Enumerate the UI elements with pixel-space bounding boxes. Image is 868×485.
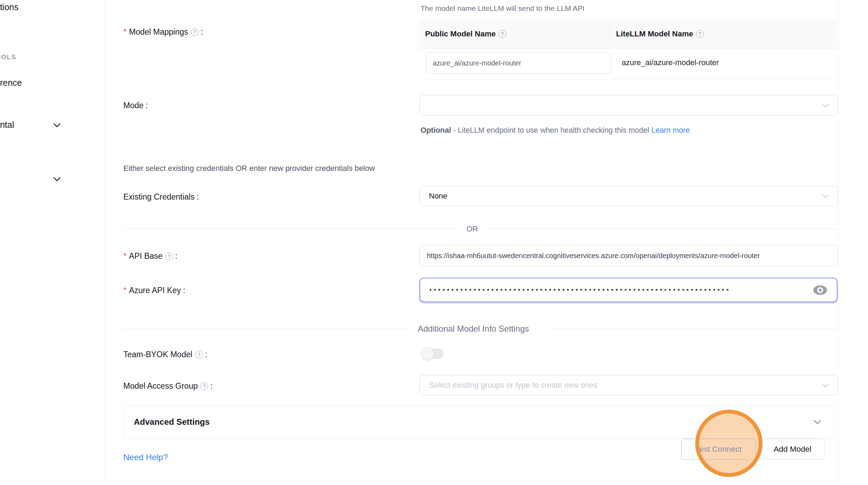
public-model-name-input[interactable] bbox=[426, 52, 611, 74]
mode-help-text: Optional - LiteLLM endpoint to use when … bbox=[421, 123, 711, 137]
chevron-down-icon bbox=[814, 417, 821, 424]
additional-divider-text: Additional Model Info Settings bbox=[418, 324, 529, 334]
model-access-group-select[interactable]: Select existing groups or type to create… bbox=[419, 375, 838, 395]
existing-credentials-select[interactable]: None bbox=[419, 186, 838, 206]
background-line bbox=[839, 288, 868, 288]
or-divider-text: OR bbox=[466, 224, 478, 234]
sidebar-item-1[interactable]: s bbox=[0, 24, 65, 34]
or-divider-line bbox=[488, 229, 838, 229]
background-line bbox=[839, 245, 868, 245]
advanced-settings-title: Advanced Settings bbox=[134, 417, 210, 427]
chevron-down-icon bbox=[822, 192, 829, 198]
mapping-table-row: azure_ai/azure-model-router bbox=[419, 49, 838, 80]
add-model-page: ations s TOOLS erence ental s The model … bbox=[0, 0, 868, 485]
chevron-down-icon bbox=[822, 101, 829, 107]
or-divider-line bbox=[123, 229, 460, 229]
chevron-down-icon bbox=[822, 381, 829, 387]
toggle-knob bbox=[421, 347, 434, 360]
eye-icon[interactable] bbox=[813, 285, 827, 295]
existing-credentials-value: None bbox=[429, 192, 447, 201]
required-asterisk: * bbox=[123, 27, 127, 37]
help-icon[interactable]: ? bbox=[165, 252, 173, 260]
need-help-link[interactable]: Need Help? bbox=[123, 452, 168, 462]
model-mappings-table: Public Model Name ? LiteLLM Model Name ?… bbox=[419, 19, 838, 80]
mode-label: Mode : bbox=[123, 101, 148, 110]
team-byok-toggle[interactable] bbox=[422, 348, 444, 359]
help-icon[interactable]: ? bbox=[195, 351, 203, 359]
credentials-note: Either select existing credentials OR en… bbox=[123, 164, 375, 173]
test-connect-button[interactable]: Test Connect bbox=[681, 439, 756, 460]
sidebar-item-organizations[interactable]: ations bbox=[0, 2, 65, 12]
help-icon[interactable]: ? bbox=[191, 28, 199, 36]
help-icon[interactable]: ? bbox=[200, 382, 208, 390]
api-base-label: * API Base ? : bbox=[123, 251, 177, 261]
model-mappings-label: * Model Mappings ? : bbox=[123, 27, 203, 37]
model-name-hint: The model name LiteLLM will send to the … bbox=[421, 4, 585, 13]
team-byok-label: Team-BYOK Model ? : bbox=[123, 350, 207, 359]
background-line bbox=[839, 42, 868, 42]
existing-credentials-label: Existing Credentials : bbox=[123, 192, 199, 202]
required-asterisk: * bbox=[123, 251, 127, 261]
azure-api-key-label: * Azure API Key : bbox=[123, 286, 185, 295]
litellm-model-name-header: LiteLLM Model Name ? bbox=[610, 29, 704, 39]
litellm-model-name-value: azure_ai/azure-model-router bbox=[622, 58, 719, 67]
help-icon[interactable]: ? bbox=[499, 30, 506, 38]
public-model-name-header: Public Model Name ? bbox=[419, 29, 610, 39]
additional-divider-line bbox=[552, 329, 838, 329]
mode-select[interactable] bbox=[419, 95, 838, 116]
required-asterisk: * bbox=[123, 286, 127, 295]
mapping-table-header: Public Model Name ? LiteLLM Model Name ? bbox=[419, 19, 838, 49]
background-line bbox=[839, 417, 868, 417]
advanced-settings-panel[interactable]: Advanced Settings bbox=[123, 406, 835, 438]
additional-divider-line bbox=[123, 329, 410, 329]
api-base-input[interactable] bbox=[419, 245, 838, 266]
masked-key-value: ••••••••••••••••••••••••••••••••••••••••… bbox=[429, 286, 801, 294]
learn-more-link[interactable]: Learn more bbox=[651, 126, 690, 134]
add-model-button[interactable]: Add Model bbox=[760, 439, 825, 460]
model-access-group-placeholder: Select existing groups or type to create… bbox=[429, 381, 597, 390]
help-icon[interactable]: ? bbox=[696, 30, 704, 38]
sidebar-section-tools: TOOLS bbox=[0, 53, 16, 61]
sidebar-item-inference[interactable]: erence bbox=[0, 78, 65, 88]
azure-api-key-input[interactable]: ••••••••••••••••••••••••••••••••••••••••… bbox=[419, 278, 838, 302]
sidebar-divider bbox=[105, 0, 105, 482]
background-line bbox=[839, 452, 868, 452]
model-access-group-label: Model Access Group ? : bbox=[123, 381, 213, 391]
background-line bbox=[839, 165, 868, 165]
